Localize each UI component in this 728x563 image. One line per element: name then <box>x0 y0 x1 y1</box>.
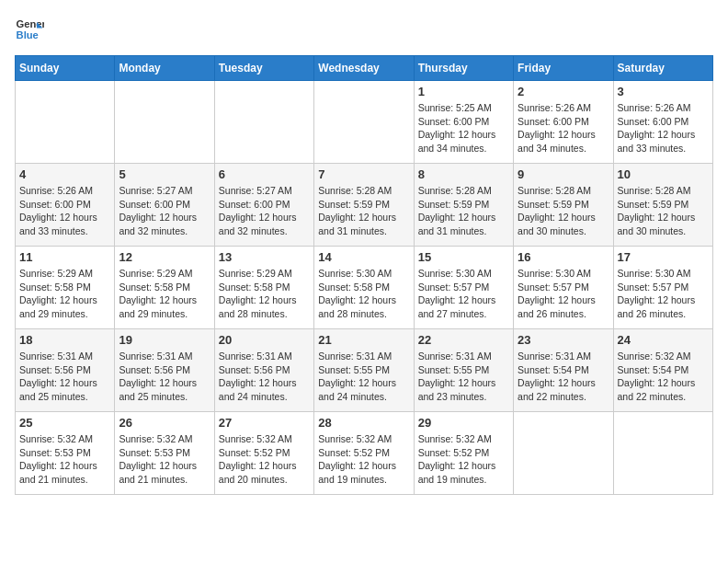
calendar-cell: 29Sunrise: 5:32 AMSunset: 5:52 PMDayligh… <box>414 412 513 495</box>
day-number: 28 <box>318 416 409 430</box>
calendar-cell: 27Sunrise: 5:32 AMSunset: 5:52 PMDayligh… <box>214 412 313 495</box>
day-info: Sunrise: 5:28 AMSunset: 5:59 PMDaylight:… <box>318 184 409 238</box>
day-info: Sunrise: 5:25 AMSunset: 6:00 PMDaylight:… <box>418 101 509 155</box>
day-info: Sunrise: 5:30 AMSunset: 5:58 PMDaylight:… <box>318 267 409 321</box>
day-info: Sunrise: 5:27 AMSunset: 6:00 PMDaylight:… <box>119 184 210 238</box>
calendar-cell <box>613 412 712 495</box>
day-number: 18 <box>19 333 110 347</box>
day-number: 2 <box>518 85 609 98</box>
day-info: Sunrise: 5:28 AMSunset: 5:59 PMDaylight:… <box>418 184 509 238</box>
calendar-cell: 9Sunrise: 5:28 AMSunset: 5:59 PMDaylight… <box>514 164 613 247</box>
day-number: 4 <box>19 167 110 181</box>
logo: General Blue <box>15 15 48 44</box>
calendar-header-row: SundayMondayTuesdayWednesdayThursdayFrid… <box>16 56 713 81</box>
calendar-cell: 15Sunrise: 5:30 AMSunset: 5:57 PMDayligh… <box>414 247 513 329</box>
calendar-cell: 5Sunrise: 5:27 AMSunset: 6:00 PMDaylight… <box>115 164 214 247</box>
day-number: 8 <box>418 167 509 181</box>
calendar-cell: 23Sunrise: 5:31 AMSunset: 5:54 PMDayligh… <box>514 329 613 412</box>
day-number: 21 <box>318 333 409 347</box>
column-header-wednesday: Wednesday <box>314 56 414 81</box>
day-number: 24 <box>618 333 709 347</box>
calendar-cell: 28Sunrise: 5:32 AMSunset: 5:52 PMDayligh… <box>314 412 414 495</box>
day-number: 12 <box>119 250 210 264</box>
calendar-cell: 13Sunrise: 5:29 AMSunset: 5:58 PMDayligh… <box>214 247 313 329</box>
calendar-cell: 25Sunrise: 5:32 AMSunset: 5:53 PMDayligh… <box>16 412 115 495</box>
day-number: 26 <box>119 416 210 430</box>
day-number: 23 <box>518 333 609 347</box>
logo-icon: General Blue <box>15 15 44 44</box>
calendar-cell: 12Sunrise: 5:29 AMSunset: 5:58 PMDayligh… <box>115 247 214 329</box>
calendar-cell: 4Sunrise: 5:26 AMSunset: 6:00 PMDaylight… <box>16 164 115 247</box>
calendar-cell: 1Sunrise: 5:25 AMSunset: 6:00 PMDaylight… <box>414 81 513 164</box>
calendar-cell: 14Sunrise: 5:30 AMSunset: 5:58 PMDayligh… <box>314 247 414 329</box>
day-info: Sunrise: 5:26 AMSunset: 6:00 PMDaylight:… <box>518 101 609 155</box>
day-info: Sunrise: 5:31 AMSunset: 5:55 PMDaylight:… <box>318 350 409 404</box>
calendar-table: SundayMondayTuesdayWednesdayThursdayFrid… <box>15 55 713 495</box>
column-header-thursday: Thursday <box>414 56 513 81</box>
calendar-cell: 7Sunrise: 5:28 AMSunset: 5:59 PMDaylight… <box>314 164 414 247</box>
day-info: Sunrise: 5:32 AMSunset: 5:52 PMDaylight:… <box>418 432 509 487</box>
day-info: Sunrise: 5:32 AMSunset: 5:53 PMDaylight:… <box>119 432 210 487</box>
day-number: 9 <box>518 167 609 181</box>
week-row-4: 18Sunrise: 5:31 AMSunset: 5:56 PMDayligh… <box>16 329 713 412</box>
calendar-cell: 20Sunrise: 5:31 AMSunset: 5:56 PMDayligh… <box>214 329 313 412</box>
day-info: Sunrise: 5:26 AMSunset: 6:00 PMDaylight:… <box>618 101 709 155</box>
day-number: 14 <box>318 250 409 264</box>
day-info: Sunrise: 5:31 AMSunset: 5:54 PMDaylight:… <box>518 350 609 404</box>
day-info: Sunrise: 5:29 AMSunset: 5:58 PMDaylight:… <box>19 267 110 321</box>
week-row-1: 1Sunrise: 5:25 AMSunset: 6:00 PMDaylight… <box>16 81 713 164</box>
day-info: Sunrise: 5:32 AMSunset: 5:52 PMDaylight:… <box>219 432 310 487</box>
column-header-monday: Monday <box>115 56 214 81</box>
day-number: 15 <box>418 250 509 264</box>
day-info: Sunrise: 5:31 AMSunset: 5:56 PMDaylight:… <box>219 350 310 404</box>
day-number: 11 <box>19 250 110 264</box>
day-info: Sunrise: 5:29 AMSunset: 5:58 PMDaylight:… <box>219 267 310 321</box>
day-info: Sunrise: 5:30 AMSunset: 5:57 PMDaylight:… <box>518 267 609 321</box>
day-info: Sunrise: 5:28 AMSunset: 5:59 PMDaylight:… <box>618 184 709 238</box>
calendar-cell: 11Sunrise: 5:29 AMSunset: 5:58 PMDayligh… <box>16 247 115 329</box>
svg-text:Blue: Blue <box>17 29 39 40</box>
calendar-cell: 21Sunrise: 5:31 AMSunset: 5:55 PMDayligh… <box>314 329 414 412</box>
calendar-cell: 10Sunrise: 5:28 AMSunset: 5:59 PMDayligh… <box>613 164 712 247</box>
calendar-cell <box>115 81 214 164</box>
day-info: Sunrise: 5:26 AMSunset: 6:00 PMDaylight:… <box>19 184 110 238</box>
day-number: 1 <box>418 85 509 98</box>
day-number: 20 <box>219 333 310 347</box>
calendar-cell: 2Sunrise: 5:26 AMSunset: 6:00 PMDaylight… <box>514 81 613 164</box>
day-number: 27 <box>219 416 310 430</box>
day-number: 16 <box>518 250 609 264</box>
day-info: Sunrise: 5:28 AMSunset: 5:59 PMDaylight:… <box>518 184 609 238</box>
day-info: Sunrise: 5:31 AMSunset: 5:56 PMDaylight:… <box>119 350 210 404</box>
column-header-tuesday: Tuesday <box>214 56 313 81</box>
day-number: 22 <box>418 333 509 347</box>
week-row-3: 11Sunrise: 5:29 AMSunset: 5:58 PMDayligh… <box>16 247 713 329</box>
calendar-cell <box>314 81 414 164</box>
day-info: Sunrise: 5:31 AMSunset: 5:55 PMDaylight:… <box>418 350 509 404</box>
day-info: Sunrise: 5:32 AMSunset: 5:52 PMDaylight:… <box>318 432 409 487</box>
calendar-cell: 3Sunrise: 5:26 AMSunset: 6:00 PMDaylight… <box>613 81 712 164</box>
week-row-2: 4Sunrise: 5:26 AMSunset: 6:00 PMDaylight… <box>16 164 713 247</box>
calendar-cell: 26Sunrise: 5:32 AMSunset: 5:53 PMDayligh… <box>115 412 214 495</box>
day-number: 6 <box>219 167 310 181</box>
calendar-cell <box>214 81 313 164</box>
day-number: 17 <box>618 250 709 264</box>
day-info: Sunrise: 5:29 AMSunset: 5:58 PMDaylight:… <box>119 267 210 321</box>
column-header-sunday: Sunday <box>16 56 115 81</box>
day-number: 10 <box>618 167 709 181</box>
day-info: Sunrise: 5:30 AMSunset: 5:57 PMDaylight:… <box>618 267 709 321</box>
calendar-cell <box>16 81 115 164</box>
week-row-5: 25Sunrise: 5:32 AMSunset: 5:53 PMDayligh… <box>16 412 713 495</box>
day-number: 3 <box>618 85 709 98</box>
calendar-cell: 8Sunrise: 5:28 AMSunset: 5:59 PMDaylight… <box>414 164 513 247</box>
day-number: 29 <box>418 416 509 430</box>
calendar-cell: 22Sunrise: 5:31 AMSunset: 5:55 PMDayligh… <box>414 329 513 412</box>
day-number: 7 <box>318 167 409 181</box>
day-info: Sunrise: 5:32 AMSunset: 5:54 PMDaylight:… <box>618 350 709 404</box>
header: General Blue <box>15 15 713 44</box>
column-header-friday: Friday <box>514 56 613 81</box>
day-number: 5 <box>119 167 210 181</box>
day-info: Sunrise: 5:32 AMSunset: 5:53 PMDaylight:… <box>19 432 110 487</box>
calendar-cell: 17Sunrise: 5:30 AMSunset: 5:57 PMDayligh… <box>613 247 712 329</box>
day-number: 25 <box>19 416 110 430</box>
column-header-saturday: Saturday <box>613 56 712 81</box>
